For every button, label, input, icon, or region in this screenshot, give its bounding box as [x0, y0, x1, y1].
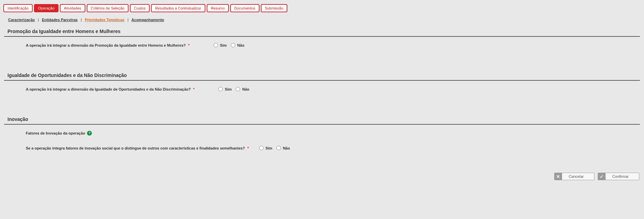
- radio-label-nao: Não: [237, 43, 244, 47]
- radio-nao-q2[interactable]: [236, 87, 240, 91]
- subheader-label: Fatores de Inovação da operação: [26, 131, 85, 135]
- section-title-inovacao: Inovação: [4, 114, 640, 125]
- confirm-button-label: Confirmar: [606, 174, 639, 178]
- check-icon: ✓: [598, 173, 606, 180]
- required-mark: *: [247, 146, 249, 150]
- radio-sim-q3[interactable]: [259, 146, 264, 150]
- question-row-inovacao: Se a operação integra fatores de inovaçã…: [26, 146, 640, 150]
- tab-resumo[interactable]: Resumo: [207, 4, 229, 12]
- footer-actions: ✕ Cancelar ✓ Confirmar: [0, 170, 644, 186]
- sub-tabs: Caracterização | Entidades Parceiras | P…: [0, 15, 644, 27]
- subtab-acompanhamento[interactable]: Acompanhamento: [132, 18, 164, 22]
- tab-atividades[interactable]: Atividades: [60, 4, 85, 12]
- question-label: Se a operação integra fatores de inovaçã…: [26, 146, 249, 150]
- radio-label-nao: Não: [242, 87, 249, 91]
- close-icon: ✕: [555, 173, 562, 180]
- tab-identificacao[interactable]: Identificação: [3, 4, 33, 12]
- radio-group-igualdade-oportunidades: Sim Não: [218, 87, 252, 91]
- tab-custos[interactable]: Custos: [130, 4, 150, 12]
- confirm-button[interactable]: ✓ Confirmar: [598, 173, 639, 180]
- cancel-button-label: Cancelar: [562, 174, 594, 178]
- radio-label-sim: Sim: [266, 146, 272, 150]
- section-body-inovacao: Fatores de Inovação da operação ? Se a o…: [4, 125, 640, 163]
- radio-nao-q1[interactable]: [231, 43, 235, 47]
- required-mark: *: [188, 43, 189, 47]
- radio-label-nao: Não: [283, 146, 290, 150]
- section-title-igualdade-oportunidades: Igualdade de Oportunidades e da Não Disc…: [4, 71, 640, 81]
- tab-submissao[interactable]: Submissão: [261, 4, 287, 12]
- question-row-igualdade-hm: A operação irá integrar a dimensão da Pr…: [26, 43, 640, 47]
- tab-criterios-selecao[interactable]: Critérios de Seleção: [87, 4, 129, 12]
- radio-nao-q3[interactable]: [276, 146, 281, 150]
- subtab-caracterizacao[interactable]: Caracterização: [8, 18, 35, 22]
- section-body-igualdade-oportunidades: A operação irá integrar a dimensão da Ig…: [4, 81, 640, 114]
- tab-operacao[interactable]: Operação: [34, 4, 58, 12]
- radio-group-igualdade-hm: Sim Não: [214, 43, 247, 47]
- separator: |: [81, 18, 82, 22]
- question-label: A operação irá integrar a dimensão da Ig…: [26, 87, 194, 91]
- radio-label-sim: Sim: [225, 87, 232, 91]
- radio-sim-q2[interactable]: [218, 87, 223, 91]
- tab-documentos[interactable]: Documentos: [230, 4, 259, 12]
- question-label: A operação irá integrar a dimensão da Pr…: [26, 43, 190, 47]
- subtab-entidades-parceiras[interactable]: Entidades Parceiras: [42, 18, 78, 22]
- radio-group-inovacao: Sim Não: [259, 146, 293, 150]
- tab-resultados-contratualizar[interactable]: Resultados a Contratualizar: [151, 4, 205, 12]
- section-title-igualdade-hm: Promoção da Igualdade entre Homens e Mul…: [4, 27, 640, 37]
- help-icon[interactable]: ?: [87, 131, 92, 136]
- radio-label-sim: Sim: [220, 43, 227, 47]
- separator: |: [38, 18, 39, 22]
- subtab-prioridades-tematicas[interactable]: Prioridades Temáticas: [85, 18, 124, 22]
- top-tabs: Identificação Operação Atividades Critér…: [0, 0, 644, 15]
- required-mark: *: [193, 87, 194, 91]
- separator: |: [128, 18, 129, 22]
- cancel-button[interactable]: ✕ Cancelar: [554, 173, 594, 180]
- subheader-inovacao: Fatores de Inovação da operação ?: [26, 131, 640, 136]
- radio-sim-q1[interactable]: [214, 43, 218, 47]
- content-area: Promoção da Igualdade entre Homens e Mul…: [0, 27, 644, 170]
- question-row-igualdade-oportunidades: A operação irá integrar a dimensão da Ig…: [26, 87, 640, 91]
- section-body-igualdade-hm: A operação irá integrar a dimensão da Pr…: [4, 37, 640, 71]
